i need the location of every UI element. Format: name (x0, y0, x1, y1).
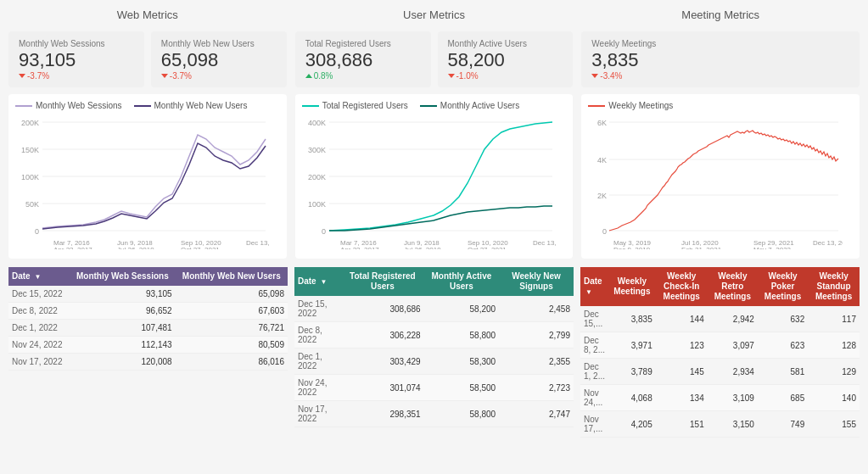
meeting-table-body: Dec 15,...3,8351442,942632117Dec 8, 2...… (580, 306, 860, 438)
user-table-body: Dec 15, 2022308,68658,2002,458Dec 8, 202… (294, 296, 574, 427)
total-users-legend-label: Total Registered Users (322, 101, 408, 110)
table-row: Nov 17, 2022120,00886,016 (8, 354, 288, 371)
web-new-users-change: -3.7% (161, 71, 277, 81)
user-chart-legend: Total Registered Users Monthly Active Us… (302, 101, 567, 110)
user-metrics-section: User Metrics Total Registered Users 308,… (295, 8, 574, 259)
active-users-kpi: Monthly Active Users 58,200 -1.0% (438, 31, 574, 87)
dashboard: Web Metrics Monthly Web Sessions 93,105 … (0, 0, 868, 446)
web-sessions-legend-line (15, 105, 32, 107)
table-row: Nov 24, 2022112,14380,509 (8, 337, 288, 354)
table-row: Dec 8, 2...3,9711233,097623128 (580, 332, 860, 359)
active-users-label: Monthly Active Users (448, 38, 563, 49)
svg-text:2K: 2K (597, 192, 607, 200)
web-new-users-legend: Monthly Web New Users (134, 101, 248, 110)
svg-text:50K: 50K (25, 200, 39, 209)
svg-text:Dec 13,...: Dec 13,... (533, 239, 557, 247)
weekly-signups-header[interactable]: Weekly New Signups (499, 267, 574, 296)
svg-text:Oct 27, 2021: Oct 27, 2021 (468, 246, 507, 249)
active-users-legend-label: Monthly Active Users (440, 101, 519, 110)
total-users-legend-line (302, 105, 319, 107)
weekly-meetings-label: Weekly Meetings (591, 38, 849, 49)
total-users-legend: Total Registered Users (302, 101, 408, 110)
arrow-down-icon (161, 74, 168, 78)
user-chart: 400K 300K 200K 100K 0 Mar 7, 2016 (302, 114, 557, 249)
meeting-section-title: Meeting Metrics (581, 8, 860, 21)
arrow-up-icon (305, 74, 312, 78)
web-sessions-change: -3.7% (19, 71, 134, 81)
web-chart: 200K 150K 100K 50K 0 Mar 7, 2 (15, 114, 270, 249)
weekly-meetings-header[interactable]: Weekly Meetings (608, 267, 656, 306)
svg-text:Dec 13, 2022: Dec 13, 2022 (813, 239, 843, 247)
web-new-users-header[interactable]: Monthly Web New Users (176, 267, 288, 286)
web-sessions-value: 93,105 (19, 49, 134, 71)
total-users-change: 0.8% (305, 71, 421, 81)
table-row: Nov 24,...4,0681343,109685140 (580, 385, 860, 411)
web-chart-legend: Monthly Web Sessions Monthly Web New Use… (15, 101, 280, 110)
user-table-section: Date ▼ Total Registered Users Monthly Ac… (294, 267, 574, 438)
total-users-kpi: Total Registered Users 308,686 0.8% (295, 31, 431, 87)
svg-text:150K: 150K (21, 146, 39, 154)
svg-text:Jul 26, 2019: Jul 26, 2019 (404, 246, 441, 249)
active-users-change: -1.0% (448, 71, 563, 81)
table-row: Dec 1, 2022107,48176,721 (8, 320, 288, 337)
arrow-down-icon (591, 74, 598, 78)
web-sessions-header[interactable]: Monthly Web Sessions (70, 267, 176, 286)
active-users-header[interactable]: Monthly Active Users (424, 267, 499, 296)
svg-text:0: 0 (322, 227, 326, 236)
svg-text:200K: 200K (308, 173, 326, 181)
meeting-table: Date ▼ Weekly Meetings Weekly Check-In M… (580, 267, 860, 438)
total-users-header[interactable]: Total Registered Users (341, 267, 423, 296)
svg-text:400K: 400K (308, 119, 326, 127)
web-date-header[interactable]: Date ▼ (8, 267, 70, 286)
web-new-users-value: 65,098 (161, 49, 277, 71)
total-users-label: Total Registered Users (305, 38, 421, 49)
svg-text:0: 0 (602, 227, 607, 236)
active-users-legend-line (420, 105, 437, 107)
arrow-down-icon (448, 74, 455, 78)
web-sessions-label: Monthly Web Sessions (19, 38, 134, 49)
svg-text:4K: 4K (597, 156, 607, 165)
table-row: Dec 8, 202296,65267,603 (8, 303, 288, 320)
web-table-body: Dec 15, 202293,10565,098Dec 8, 202296,65… (8, 286, 288, 371)
web-section-title: Web Metrics (8, 8, 287, 21)
svg-text:Dec 13,...: Dec 13,... (246, 239, 270, 247)
svg-text:6K: 6K (597, 119, 607, 127)
svg-text:Feb 21, 2021: Feb 21, 2021 (681, 246, 722, 249)
weekly-checkin-header[interactable]: Weekly Check-In Meetings (656, 267, 708, 306)
table-row: Nov 17, 2022298,35158,8002,747 (294, 401, 574, 427)
user-section-title: User Metrics (295, 8, 574, 21)
weekly-poker-header[interactable]: Weekly Poker Meetings (758, 267, 808, 306)
user-table: Date ▼ Total Registered Users Monthly Ac… (294, 267, 574, 427)
weekly-retro-header[interactable]: Weekly Retro Meetings (708, 267, 758, 306)
table-row: Dec 15,...3,8351442,942632117 (580, 306, 860, 332)
svg-text:Apr 23, 2017: Apr 23, 2017 (340, 246, 379, 249)
meeting-table-section: Date ▼ Weekly Meetings Weekly Check-In M… (580, 267, 860, 438)
table-row: Dec 1, 2...3,7891452,934581129 (580, 359, 860, 385)
svg-text:0: 0 (35, 227, 39, 236)
svg-text:200K: 200K (21, 119, 39, 127)
web-new-users-label: Monthly Web New Users (161, 38, 277, 49)
table-row: Dec 15, 202293,10565,098 (8, 286, 288, 303)
svg-text:100K: 100K (21, 173, 39, 181)
weekly-meetings-value: 3,835 (591, 49, 849, 71)
weekly-standup-header[interactable]: Weekly Standup Meetings (808, 267, 860, 306)
table-row: Dec 1, 2022303,42958,3002,355 (294, 349, 574, 375)
svg-text:Dec 9, 2019: Dec 9, 2019 (613, 246, 651, 249)
svg-text:Apr 23, 2017: Apr 23, 2017 (53, 246, 92, 249)
meeting-chart-legend: Weekly Meetings (588, 101, 853, 110)
web-table: Date ▼ Monthly Web Sessions Monthly Web … (8, 267, 288, 371)
weekly-meetings-kpi: Weekly Meetings 3,835 -3.4% (581, 31, 860, 87)
total-users-value: 308,686 (305, 49, 421, 71)
web-table-section: Date ▼ Monthly Web Sessions Monthly Web … (8, 267, 288, 438)
svg-text:Oct 27, 2021: Oct 27, 2021 (181, 246, 220, 249)
arrow-down-icon (19, 74, 25, 78)
svg-text:Jul 26, 2019: Jul 26, 2019 (117, 246, 154, 249)
svg-text:300K: 300K (308, 146, 326, 154)
meeting-date-header[interactable]: Date ▼ (580, 267, 608, 306)
meeting-kpi-row: Weekly Meetings 3,835 -3.4% (581, 31, 860, 87)
meeting-chart: 6K 4K 2K 0 May 3, 2019 Dec 9, 2019 Jul 1… (588, 114, 843, 249)
meeting-metrics-section: Meeting Metrics Weekly Meetings 3,835 -3… (581, 8, 860, 259)
user-date-header[interactable]: Date ▼ (294, 267, 341, 296)
metrics-row: Web Metrics Monthly Web Sessions 93,105 … (8, 8, 860, 259)
table-row: Nov 24, 2022301,07458,5002,723 (294, 375, 574, 401)
